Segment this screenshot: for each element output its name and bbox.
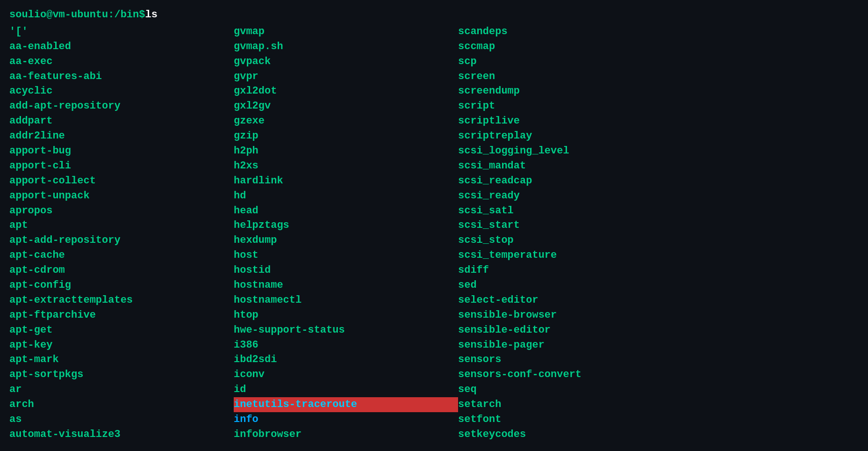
list-item: script [458,99,859,114]
list-item: ar [9,382,234,397]
terminal: soulio@vm-ubuntu:/bin$ ls '['aa-enableda… [9,7,859,442]
list-item: sensors [458,352,859,367]
list-item: i386 [234,338,458,353]
list-item: addpart [9,114,234,129]
list-item: apropos [9,204,234,218]
list-item: hostnamectl [234,293,458,308]
list-item: host [234,248,458,263]
list-item: hexdump [234,233,458,248]
list-item: iconv [234,367,458,382]
list-item: gvmap [234,24,458,39]
list-item: sccmap [458,39,859,54]
list-item: apt-sortpkgs [9,367,234,382]
list-item: apport-collect [9,174,234,189]
list-item: scriptreplay [458,129,859,144]
list-item: apt-extracttemplates [9,293,234,308]
list-item: scsi_stop [458,233,859,248]
list-item: hd [234,189,458,204]
list-item: aa-enabled [9,39,234,54]
list-item: apport-bug [9,144,234,159]
list-item: apport-cli [9,159,234,174]
list-item: setarch [458,397,859,412]
list-item: aa-features-abi [9,69,234,84]
list-item: apt-ftparchive [9,308,234,323]
list-item: gvmap.sh [234,39,458,54]
column-1: gvmapgvmap.shgvpackgvprgxl2dotgxl2gvgzex… [234,24,458,442]
list-item: gzexe [234,114,458,129]
list-item: gvpr [234,69,458,84]
list-item: apt-config [9,278,234,293]
list-item: ibd2sdi [234,352,458,367]
list-item: info [234,412,458,427]
list-item: sensors-conf-convert [458,367,859,382]
list-item: infobrowser [234,427,458,442]
list-item: apt-cdrom [9,263,234,278]
list-item: gxl2dot [234,84,458,99]
list-item: apport-unpack [9,189,234,204]
list-item: hardlink [234,174,458,189]
list-item: apt-key [9,338,234,353]
list-item: htop [234,308,458,323]
list-item: seq [458,382,859,397]
prompt-line: soulio@vm-ubuntu:/bin$ ls [9,7,859,22]
list-item: head [234,204,458,218]
list-item: scsi_logging_level [458,144,859,159]
list-item: h2ph [234,144,458,159]
column-2: scandepssccmapscpscreenscreendumpscripts… [458,24,859,442]
list-item: apt-mark [9,352,234,367]
list-item: scp [458,54,859,69]
prompt-user: soulio@vm-ubuntu:/bin$ [9,7,145,22]
list-item: addr2line [9,129,234,144]
list-item: aa-exec [9,54,234,69]
list-item: automat-visualize3 [9,427,234,442]
list-item: arch [9,397,234,412]
list-item: screendump [458,84,859,99]
list-item: scsi_start [458,218,859,233]
list-item: scriptlive [458,114,859,129]
prompt-command: ls [145,7,157,22]
list-item: scsi_readcap [458,174,859,189]
list-item: sdiff [458,263,859,278]
column-0: '['aa-enabledaa-execaa-features-abiacycl… [9,24,234,442]
list-item: scsi_mandat [458,159,859,174]
list-item: h2xs [234,159,458,174]
list-item: hostid [234,263,458,278]
list-item: apt [9,218,234,233]
list-item: setkeycodes [458,427,859,442]
list-item: hwe-support-status [234,323,458,338]
list-item: helpztags [234,218,458,233]
list-item: gxl2gv [234,99,458,114]
list-item: scsi_ready [458,189,859,204]
list-item: scsi_temperature [458,248,859,263]
list-item: scsi_satl [458,204,859,218]
list-item: apt-get [9,323,234,338]
list-item: sed [458,278,859,293]
list-item: acyclic [9,84,234,99]
list-item: hostname [234,278,458,293]
columns-container: '['aa-enabledaa-execaa-features-abiacycl… [9,24,859,442]
list-item: apt-add-repository [9,233,234,248]
list-item: as [9,412,234,427]
list-item: add-apt-repository [9,99,234,114]
list-item: gzip [234,129,458,144]
list-item: inetutils-traceroute [234,397,458,412]
list-item: screen [458,69,859,84]
list-item: scandeps [458,24,859,39]
list-item: setfont [458,412,859,427]
list-item: gvpack [234,54,458,69]
list-item: sensible-pager [458,338,859,353]
list-item: '[' [9,24,234,39]
list-item: sensible-browser [458,308,859,323]
list-item: select-editor [458,293,859,308]
list-item: apt-cache [9,248,234,263]
list-item: id [234,382,458,397]
list-item: sensible-editor [458,323,859,338]
